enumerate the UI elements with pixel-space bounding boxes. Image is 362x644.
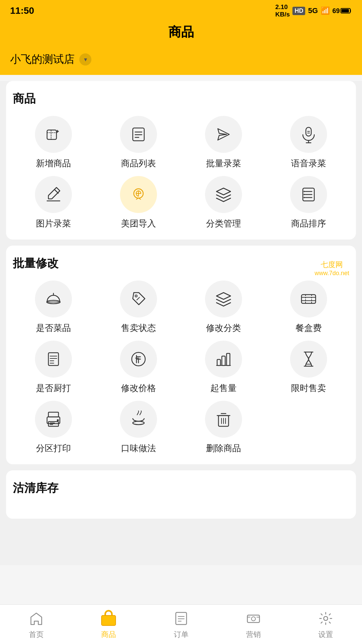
bowl-icon	[129, 410, 148, 428]
add-product-item[interactable]: 新增商品	[13, 116, 94, 169]
svg-point-25	[135, 295, 137, 297]
svg-rect-2	[47, 130, 56, 139]
settings-nav-icon	[317, 609, 335, 628]
nav-settings[interactable]: 设置	[290, 609, 362, 640]
sale-status-item[interactable]: 售卖状态	[98, 281, 179, 334]
modify-price-item[interactable]: 修改价格	[98, 341, 179, 394]
batch-edit-grid: 是否菜品 售卖状态	[13, 281, 349, 454]
edit-icon	[44, 185, 63, 204]
svg-point-19	[304, 191, 305, 192]
batch-edit-section: 批量修改 七度网 www.7do.net 是否菜品	[6, 246, 356, 464]
clear-inventory-section: 沽清库存	[6, 470, 356, 519]
delete-product-item[interactable]: 删除商品	[183, 401, 265, 454]
marketing-nav-label: 营销	[246, 630, 261, 640]
add-product-label: 新增商品	[36, 158, 71, 169]
store-bar[interactable]: 小飞的测试店 ▾	[0, 47, 362, 75]
svg-rect-31	[48, 353, 58, 366]
trash-icon	[214, 410, 233, 428]
min-sale-item[interactable]: 起售量	[183, 341, 265, 394]
meal-box-fee-item[interactable]: 餐盒费	[268, 281, 349, 334]
category-manage-icon-circle	[205, 176, 242, 213]
status-time: 11:50	[10, 5, 34, 16]
network-badge: 5G	[308, 6, 318, 15]
category-manage-item[interactable]: 分类管理	[183, 176, 265, 229]
voice-input-icon-circle	[290, 116, 327, 153]
svg-rect-37	[217, 359, 220, 366]
is-dish-icon-circle	[35, 281, 72, 317]
zone-print-label: 分区打印	[36, 442, 71, 454]
import-icon	[129, 185, 148, 204]
batch-edit-title: 批量修改	[13, 256, 58, 271]
photo-input-label: 图片录菜	[36, 218, 71, 229]
svg-rect-60	[247, 615, 259, 622]
product-sort-item[interactable]: 商品排序	[268, 176, 349, 229]
watermark: 七度网 www.7do.net	[315, 260, 349, 277]
meituan-import-item[interactable]: 美团导入	[98, 176, 179, 229]
sort-list-icon	[299, 185, 318, 204]
batch-input-icon-circle	[205, 116, 242, 153]
product-sort-icon-circle	[290, 176, 327, 213]
kitchen-print-label: 是否厨打	[36, 382, 71, 394]
product-list-item[interactable]: 商品列表	[98, 116, 179, 169]
flavor-icon-circle	[120, 401, 157, 438]
sale-status-label: 售卖状态	[121, 322, 156, 334]
kitchen-print-item[interactable]: 是否厨打	[13, 341, 94, 394]
flavor-item[interactable]: 口味做法	[98, 401, 179, 454]
product-list-icon-circle	[120, 116, 157, 153]
svg-point-20	[304, 194, 305, 195]
nav-orders[interactable]: 订单	[145, 609, 217, 640]
hourglass-icon	[299, 350, 318, 368]
store-name: 小飞的测试店	[10, 52, 75, 67]
modify-category-label: 修改分类	[206, 322, 241, 334]
is-dish-label: 是否菜品	[36, 322, 71, 334]
batch-input-item[interactable]: 批量录菜	[183, 116, 265, 169]
meituan-import-icon-circle	[120, 176, 157, 213]
store-dropdown-icon[interactable]: ▾	[79, 53, 91, 66]
voice-input-item[interactable]: 语音录菜	[268, 116, 349, 169]
photo-input-item[interactable]: 图片录菜	[13, 176, 94, 229]
time-sale-label: 限时售卖	[291, 382, 326, 394]
meal-box-fee-label: 餐盒费	[295, 322, 322, 334]
coupon-icon	[299, 290, 318, 308]
modify-price-icon-circle	[120, 341, 157, 378]
delete-product-icon-circle	[205, 401, 242, 438]
svg-rect-39	[227, 353, 230, 366]
voice-input-label: 语音录菜	[291, 158, 326, 169]
svg-rect-54	[102, 615, 116, 626]
orders-nav-icon	[172, 609, 190, 628]
svg-point-64	[324, 616, 328, 620]
list-icon	[129, 125, 148, 143]
svg-rect-38	[222, 356, 225, 366]
add-product-icon-circle	[35, 116, 72, 153]
page-title: 商品	[168, 25, 194, 39]
kitchen-icon	[44, 350, 63, 368]
box-plus-icon	[44, 125, 63, 143]
signal-icon: 📶	[321, 6, 330, 15]
zone-print-item[interactable]: 分区打印	[13, 401, 94, 454]
delete-product-label: 删除商品	[206, 442, 241, 454]
products-nav-label: 商品	[101, 630, 116, 640]
status-icons: 2.10KB/s HD 5G 📶 69	[275, 3, 352, 18]
meituan-import-label: 美团导入	[121, 218, 156, 229]
kitchen-print-icon-circle	[35, 341, 72, 378]
marketing-nav-icon	[244, 609, 263, 628]
nav-marketing[interactable]: 营销	[217, 609, 289, 640]
modify-category-item[interactable]: 修改分类	[183, 281, 265, 334]
home-nav-label: 首页	[29, 630, 44, 640]
nav-home[interactable]: 首页	[0, 609, 72, 640]
svg-point-45	[57, 419, 59, 421]
photo-input-icon-circle	[35, 176, 72, 213]
svg-point-21	[304, 197, 305, 198]
bar-chart-icon	[214, 350, 233, 368]
time-sale-item[interactable]: 限时售卖	[268, 341, 349, 394]
min-sale-icon-circle	[205, 341, 242, 378]
sale-status-icon-circle	[120, 281, 157, 317]
price-icon	[129, 350, 148, 368]
batch-input-label: 批量录菜	[206, 158, 241, 169]
home-nav-icon	[27, 609, 45, 628]
is-dish-item[interactable]: 是否菜品	[13, 281, 94, 334]
dish-icon	[44, 290, 63, 308]
nav-products[interactable]: 商品	[72, 609, 145, 640]
products-section-title: 商品	[13, 91, 349, 106]
svg-rect-1	[341, 9, 349, 12]
